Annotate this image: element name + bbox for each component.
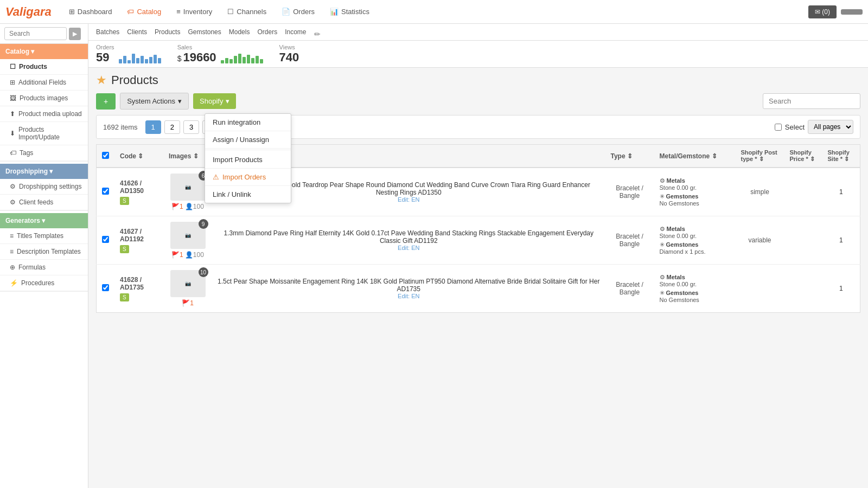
bar xyxy=(123,56,126,63)
sidebar-item-products-images[interactable]: 🖼 Products images xyxy=(0,91,88,106)
sidebar-item-tags[interactable]: 🏷 Tags xyxy=(0,145,88,161)
sales-label: Sales xyxy=(177,44,216,50)
gemstones-icon: ✳ xyxy=(660,241,665,248)
col-shopify-site[interactable]: Shopify Site * ⇕ xyxy=(822,145,860,168)
sub-nav-clients[interactable]: Clients xyxy=(127,28,147,40)
orders-stat: Orders 59 xyxy=(96,44,161,65)
gemstones-detail: Diamond x 1 pcs. xyxy=(660,248,706,255)
nav-dashboard[interactable]: ⊞ Dashboard xyxy=(62,4,119,19)
search-input[interactable] xyxy=(763,93,860,109)
gemstones-icon: ✳ xyxy=(660,290,665,296)
search-input[interactable] xyxy=(4,27,67,40)
mail-button[interactable]: ✉ (0) xyxy=(808,5,837,18)
bar xyxy=(132,54,135,63)
row-checkbox[interactable] xyxy=(102,284,109,291)
sub-nav-products[interactable]: Products xyxy=(155,28,180,40)
sidebar-generators-header[interactable]: Generators ▾ xyxy=(0,213,88,228)
col-shopify-price[interactable]: Shopify Price * ⇕ xyxy=(784,145,822,168)
select-all-checkbox[interactable] xyxy=(775,124,782,131)
edit-icon[interactable]: ✏ xyxy=(314,30,321,38)
col-shopify-post[interactable]: Shopify Post type * ⇕ xyxy=(736,145,784,168)
col-code[interactable]: Code ⇕ xyxy=(114,145,163,168)
sidebar-item-client-feeds[interactable]: ⚙ Client feeds xyxy=(0,195,88,210)
sidebar-item-products-import[interactable]: ⬇ Products Import/Update xyxy=(0,122,88,145)
dropdown-link-unlink[interactable]: Link / Unlink xyxy=(205,186,291,203)
box-icon: ☐ xyxy=(10,63,16,70)
dropdown-import-products[interactable]: Import Products xyxy=(205,151,291,169)
formula-icon: ⊕ xyxy=(10,264,15,271)
nav-statistics[interactable]: 📊 Statistics xyxy=(323,4,376,19)
dropdown-assign-unassign[interactable]: Assign / Unassign xyxy=(205,131,291,149)
views-label: Views xyxy=(279,44,299,50)
sidebar-catalog-header[interactable]: Catalog ▾ xyxy=(0,44,88,59)
bar xyxy=(238,54,241,63)
sidebar-item-product-media-upload[interactable]: ⬆ Product media upload xyxy=(0,106,88,122)
sidebar-dropshipping-header[interactable]: Dropshipping ▾ xyxy=(0,164,88,179)
sidebar-item-dropshipping-settings[interactable]: ⚙ Dropshipping settings xyxy=(0,179,88,195)
col-metal[interactable]: Metal/Gemstone ⇕ xyxy=(654,145,736,168)
shopify-badge: S xyxy=(120,197,129,205)
bar xyxy=(234,56,237,63)
row-checkbox[interactable] xyxy=(102,236,109,243)
bar xyxy=(256,56,259,63)
sidebar-item-titles-templates[interactable]: ≡ Titles Templates xyxy=(0,228,88,244)
product-image: 📷 9 xyxy=(170,222,206,249)
nav-channels[interactable]: ☐ Channels xyxy=(221,4,273,19)
sub-nav-batches[interactable]: Batches xyxy=(96,28,119,40)
select-pages-dropdown[interactable]: All pages xyxy=(808,120,853,134)
settings-icon: ⚙ xyxy=(10,183,16,190)
nav-orders[interactable]: 📄 Orders xyxy=(275,4,321,19)
shopify-post-type: simple xyxy=(750,188,769,196)
header-checkbox[interactable] xyxy=(102,152,109,159)
shopify-site: 1 xyxy=(839,285,843,292)
gemstones-label: Gemstones xyxy=(666,290,699,296)
sidebar-item-description-templates[interactable]: ≡ Description Templates xyxy=(0,244,88,260)
product-edit-link[interactable]: Edit: EN xyxy=(218,245,600,251)
system-actions-button[interactable]: System Actions ▾ xyxy=(120,93,189,110)
select-label: Select xyxy=(785,123,805,131)
sidebar-item-additional-fields[interactable]: ⊞ Additional Fields xyxy=(0,75,88,91)
sub-nav-models[interactable]: Models xyxy=(229,28,250,40)
product-flags: 🚩1 👤100 xyxy=(169,203,207,210)
sub-nav-gemstones[interactable]: Gemstones xyxy=(188,28,221,40)
product-code: 41628 /AD1735 xyxy=(120,276,158,291)
feed-icon: ⚙ xyxy=(10,198,16,206)
grid-icon: ⊞ xyxy=(10,79,15,86)
sidebar-search-button[interactable]: ▶ xyxy=(69,28,81,40)
bar xyxy=(127,60,131,63)
metals-section: ⚙ Metals Stone 0.00 gr. xyxy=(660,226,730,239)
sidebar-item-products[interactable]: ☐ Products xyxy=(0,59,88,75)
row-checkbox[interactable] xyxy=(102,188,109,195)
nav-inventory[interactable]: ≡ Inventory xyxy=(170,4,219,19)
dropdown-run-integration[interactable]: Run integration xyxy=(205,114,291,131)
select-all-area: Select All pages xyxy=(775,120,853,134)
star-icon: ★ xyxy=(96,73,107,87)
product-title: 1.5ct Pear Shape Moissanite Engagement R… xyxy=(218,278,600,293)
user-icon: 👤100 xyxy=(185,251,204,259)
import-icon: ⬇ xyxy=(10,130,15,137)
product-edit-link[interactable]: Edit: EN xyxy=(218,293,600,299)
logo[interactable]: Valigara xyxy=(5,5,52,19)
shopify-button[interactable]: Shopify ▾ xyxy=(193,93,236,109)
sidebar-item-procedures[interactable]: ⚡ Procedures xyxy=(0,275,88,291)
metals-section: ⚙ Metals Stone 0.00 gr. xyxy=(660,177,730,191)
nav-catalog[interactable]: 🏷 Catalog xyxy=(120,4,168,19)
page-1-button[interactable]: 1 xyxy=(145,120,161,134)
sub-nav-income[interactable]: Income xyxy=(285,28,306,40)
sub-nav-orders[interactable]: Orders xyxy=(257,28,277,40)
page-3-button[interactable]: 3 xyxy=(183,120,199,134)
col-type[interactable]: Type ⇕ xyxy=(605,145,654,168)
dropdown-separator xyxy=(205,150,291,150)
sidebar-item-formulas[interactable]: ⊕ Formulas xyxy=(0,260,88,275)
sidebar-generators-section: Generators ▾ ≡ Titles Templates ≡ Descri… xyxy=(0,213,88,292)
page-2-button[interactable]: 2 xyxy=(164,120,180,134)
nav-right: ✉ (0) xyxy=(808,5,863,18)
dashboard-icon: ⊞ xyxy=(69,8,75,16)
image-count-badge: 10 xyxy=(199,267,208,277)
user-button[interactable] xyxy=(841,9,863,15)
add-button[interactable]: + xyxy=(96,93,116,110)
bar xyxy=(251,58,254,63)
gemstones-detail: No Gemstones xyxy=(660,200,699,207)
product-title: 1.3mm Diamond Pave Ring Half Eternity 14… xyxy=(218,229,600,245)
dropdown-import-orders[interactable]: ⚠ Import Orders xyxy=(205,169,291,186)
